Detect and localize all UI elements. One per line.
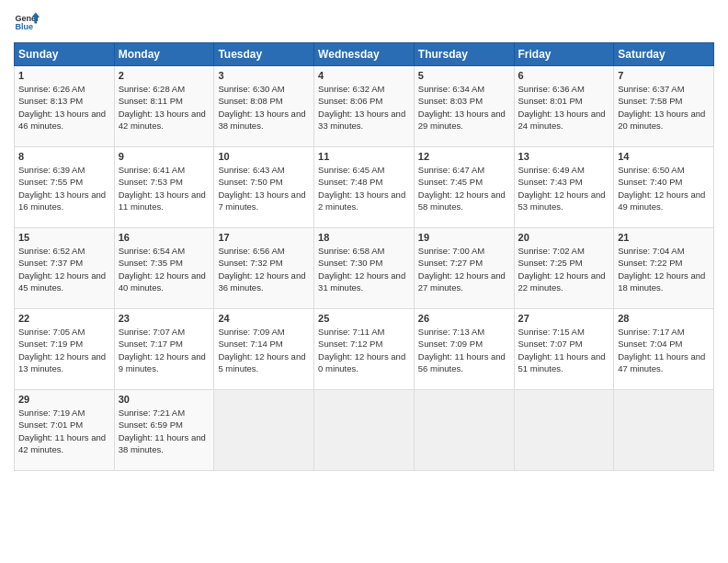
day-number: 4 <box>318 70 410 81</box>
calendar-cell <box>514 390 614 471</box>
day-info: Sunrise: 6:32 AMSunset: 8:06 PMDaylight:… <box>318 83 410 132</box>
day-number: 16 <box>119 232 210 243</box>
calendar-cell: 18Sunrise: 6:58 AMSunset: 7:30 PMDayligh… <box>314 228 415 309</box>
day-info: Sunrise: 6:50 AMSunset: 7:40 PMDaylight:… <box>618 164 710 213</box>
day-info: Sunrise: 7:21 AMSunset: 6:59 PMDaylight:… <box>119 407 210 455</box>
day-info: Sunrise: 7:17 AMSunset: 7:04 PMDaylight:… <box>618 326 710 374</box>
calendar-cell: 13Sunrise: 6:49 AMSunset: 7:43 PMDayligh… <box>514 147 614 228</box>
day-info: Sunrise: 6:43 AMSunset: 7:50 PMDaylight:… <box>218 164 310 213</box>
day-info: Sunrise: 6:28 AMSunset: 8:11 PMDaylight:… <box>119 83 210 132</box>
day-number: 24 <box>218 313 310 324</box>
day-info: Sunrise: 6:41 AMSunset: 7:53 PMDaylight:… <box>119 164 210 213</box>
day-info: Sunrise: 7:15 AMSunset: 7:07 PMDaylight:… <box>518 326 610 374</box>
day-number: 21 <box>618 232 710 243</box>
calendar-cell: 16Sunrise: 6:54 AMSunset: 7:35 PMDayligh… <box>114 228 214 309</box>
day-number: 18 <box>318 232 410 243</box>
calendar-cell: 29Sunrise: 7:19 AMSunset: 7:01 PMDayligh… <box>15 390 115 471</box>
day-info: Sunrise: 7:00 AMSunset: 7:27 PMDaylight:… <box>418 245 510 293</box>
calendar-cell: 20Sunrise: 7:02 AMSunset: 7:25 PMDayligh… <box>514 228 614 309</box>
day-number: 5 <box>418 70 510 81</box>
calendar-table: Sunday Monday Tuesday Wednesday Thursday… <box>14 42 714 471</box>
day-number: 29 <box>18 394 110 405</box>
calendar-cell <box>214 390 314 471</box>
calendar-cell: 22Sunrise: 7:05 AMSunset: 7:19 PMDayligh… <box>15 309 115 390</box>
day-info: Sunrise: 7:19 AMSunset: 7:01 PMDaylight:… <box>18 407 110 455</box>
page-container: General Blue Sunday Monday Tuesday Wedne… <box>0 0 728 480</box>
logo-icon: General Blue <box>14 9 40 35</box>
day-info: Sunrise: 7:09 AMSunset: 7:14 PMDaylight:… <box>218 326 310 374</box>
day-number: 25 <box>318 313 410 324</box>
day-info: Sunrise: 7:05 AMSunset: 7:19 PMDaylight:… <box>18 326 110 374</box>
day-number: 20 <box>518 232 610 243</box>
day-info: Sunrise: 6:52 AMSunset: 7:37 PMDaylight:… <box>18 245 110 293</box>
day-info: Sunrise: 6:47 AMSunset: 7:45 PMDaylight:… <box>418 164 510 213</box>
col-wednesday: Wednesday <box>314 43 415 66</box>
day-number: 1 <box>18 70 110 81</box>
calendar-cell: 19Sunrise: 7:00 AMSunset: 7:27 PMDayligh… <box>414 228 514 309</box>
calendar-cell: 8Sunrise: 6:39 AMSunset: 7:55 PMDaylight… <box>15 147 115 228</box>
calendar-row: 8Sunrise: 6:39 AMSunset: 7:55 PMDaylight… <box>15 147 714 228</box>
day-info: Sunrise: 6:56 AMSunset: 7:32 PMDaylight:… <box>218 245 310 293</box>
calendar-cell: 26Sunrise: 7:13 AMSunset: 7:09 PMDayligh… <box>414 309 514 390</box>
day-number: 2 <box>119 70 210 81</box>
day-info: Sunrise: 6:30 AMSunset: 8:08 PMDaylight:… <box>218 83 310 132</box>
logo: General Blue <box>14 9 40 35</box>
day-number: 8 <box>18 151 110 162</box>
day-info: Sunrise: 6:37 AMSunset: 7:58 PMDaylight:… <box>618 83 710 132</box>
calendar-cell: 25Sunrise: 7:11 AMSunset: 7:12 PMDayligh… <box>314 309 415 390</box>
col-friday: Friday <box>514 43 614 66</box>
day-number: 6 <box>518 70 610 81</box>
calendar-cell: 1Sunrise: 6:26 AMSunset: 8:13 PMDaylight… <box>15 66 115 147</box>
calendar-cell: 6Sunrise: 6:36 AMSunset: 8:01 PMDaylight… <box>514 66 614 147</box>
calendar-cell: 7Sunrise: 6:37 AMSunset: 7:58 PMDaylight… <box>614 66 714 147</box>
calendar-cell: 15Sunrise: 6:52 AMSunset: 7:37 PMDayligh… <box>15 228 115 309</box>
calendar-cell <box>414 390 514 471</box>
col-thursday: Thursday <box>414 43 514 66</box>
calendar-cell <box>314 390 415 471</box>
col-sunday: Sunday <box>15 43 115 66</box>
day-info: Sunrise: 7:04 AMSunset: 7:22 PMDaylight:… <box>618 245 710 293</box>
day-info: Sunrise: 6:54 AMSunset: 7:35 PMDaylight:… <box>119 245 210 293</box>
calendar-cell: 4Sunrise: 6:32 AMSunset: 8:06 PMDaylight… <box>314 66 415 147</box>
day-number: 28 <box>618 313 710 324</box>
day-info: Sunrise: 7:07 AMSunset: 7:17 PMDaylight:… <box>119 326 210 374</box>
calendar-body: 1Sunrise: 6:26 AMSunset: 8:13 PMDaylight… <box>15 66 714 471</box>
col-tuesday: Tuesday <box>214 43 314 66</box>
calendar-cell: 21Sunrise: 7:04 AMSunset: 7:22 PMDayligh… <box>614 228 714 309</box>
day-info: Sunrise: 6:58 AMSunset: 7:30 PMDaylight:… <box>318 245 410 293</box>
day-number: 27 <box>518 313 610 324</box>
day-number: 11 <box>318 151 410 162</box>
calendar-cell: 3Sunrise: 6:30 AMSunset: 8:08 PMDaylight… <box>214 66 314 147</box>
day-info: Sunrise: 6:45 AMSunset: 7:48 PMDaylight:… <box>318 164 410 213</box>
calendar-cell: 9Sunrise: 6:41 AMSunset: 7:53 PMDaylight… <box>114 147 214 228</box>
day-info: Sunrise: 6:39 AMSunset: 7:55 PMDaylight:… <box>18 164 110 213</box>
day-number: 7 <box>618 70 710 81</box>
calendar-cell: 2Sunrise: 6:28 AMSunset: 8:11 PMDaylight… <box>114 66 214 147</box>
day-number: 14 <box>618 151 710 162</box>
day-number: 17 <box>218 232 310 243</box>
calendar-cell: 28Sunrise: 7:17 AMSunset: 7:04 PMDayligh… <box>614 309 714 390</box>
calendar-cell: 14Sunrise: 6:50 AMSunset: 7:40 PMDayligh… <box>614 147 714 228</box>
svg-text:Blue: Blue <box>15 22 33 31</box>
day-number: 30 <box>119 394 210 405</box>
calendar-cell: 27Sunrise: 7:15 AMSunset: 7:07 PMDayligh… <box>514 309 614 390</box>
day-info: Sunrise: 6:26 AMSunset: 8:13 PMDaylight:… <box>18 83 110 132</box>
day-info: Sunrise: 7:11 AMSunset: 7:12 PMDaylight:… <box>318 326 410 374</box>
day-info: Sunrise: 6:36 AMSunset: 8:01 PMDaylight:… <box>518 83 610 132</box>
calendar-cell: 24Sunrise: 7:09 AMSunset: 7:14 PMDayligh… <box>214 309 314 390</box>
calendar-cell: 12Sunrise: 6:47 AMSunset: 7:45 PMDayligh… <box>414 147 514 228</box>
calendar-cell: 11Sunrise: 6:45 AMSunset: 7:48 PMDayligh… <box>314 147 415 228</box>
calendar-cell: 30Sunrise: 7:21 AMSunset: 6:59 PMDayligh… <box>114 390 214 471</box>
header-row: Sunday Monday Tuesday Wednesday Thursday… <box>15 43 714 66</box>
calendar-row: 1Sunrise: 6:26 AMSunset: 8:13 PMDaylight… <box>15 66 714 147</box>
col-saturday: Saturday <box>614 43 714 66</box>
day-number: 19 <box>418 232 510 243</box>
calendar-row: 29Sunrise: 7:19 AMSunset: 7:01 PMDayligh… <box>15 390 714 471</box>
calendar-cell: 10Sunrise: 6:43 AMSunset: 7:50 PMDayligh… <box>214 147 314 228</box>
calendar-cell <box>614 390 714 471</box>
day-number: 10 <box>218 151 310 162</box>
calendar-cell: 23Sunrise: 7:07 AMSunset: 7:17 PMDayligh… <box>114 309 214 390</box>
day-number: 15 <box>18 232 110 243</box>
calendar-cell: 17Sunrise: 6:56 AMSunset: 7:32 PMDayligh… <box>214 228 314 309</box>
day-info: Sunrise: 7:13 AMSunset: 7:09 PMDaylight:… <box>418 326 510 374</box>
